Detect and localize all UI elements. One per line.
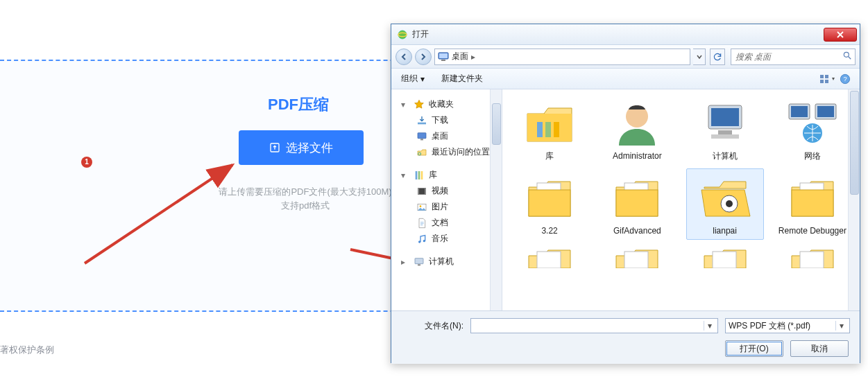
file-item[interactable]: lianpai	[686, 168, 764, 239]
close-button[interactable]	[824, 28, 857, 42]
open-button[interactable]: 打开(O)	[725, 340, 783, 357]
svg-point-27	[420, 205, 422, 207]
dialog-navbar: 桌面 ▸	[391, 45, 860, 69]
tree-item[interactable]: 桌面	[391, 128, 502, 144]
file-item[interactable]	[686, 244, 764, 274]
file-item[interactable]	[774, 244, 851, 274]
nav-forward-button[interactable]	[415, 49, 432, 65]
file-label: 库	[513, 151, 586, 161]
svg-rect-18	[420, 139, 423, 140]
file-item[interactable]: GifAdvanced	[598, 168, 676, 239]
refresh-button[interactable]	[710, 49, 725, 65]
svg-rect-34	[545, 122, 551, 137]
tree-group-computer[interactable]: ▸ 计算机	[391, 254, 502, 270]
chevron-down-icon[interactable]: ▾	[835, 321, 846, 331]
file-pane[interactable]: 库Administrator计算机网络3.22GifAdvancedlianpa…	[502, 89, 860, 310]
breadcrumb[interactable]: 桌面 ▸	[434, 49, 690, 65]
choose-file-label: 选择文件	[286, 140, 333, 156]
filetype-value: WPS PDF 文档 (*.pdf)	[729, 320, 810, 332]
chevron-right-icon: ▸	[471, 52, 475, 62]
svg-rect-39	[711, 108, 739, 126]
download-icon	[416, 115, 427, 126]
folder-peek-icon	[697, 247, 754, 268]
svg-rect-11	[825, 75, 828, 78]
file-item[interactable]: Remote Debugger	[774, 168, 851, 239]
file-item[interactable]	[511, 244, 588, 274]
choose-file-button[interactable]: 选择文件	[239, 130, 364, 165]
file-item[interactable]: 网络	[774, 94, 851, 164]
document-icon	[416, 218, 427, 229]
tree-item[interactable]: 下载	[391, 112, 502, 128]
file-item[interactable]	[598, 244, 676, 274]
folder-icon	[521, 172, 578, 223]
svg-rect-35	[554, 122, 559, 137]
svg-point-29	[423, 240, 425, 242]
svg-point-8	[844, 52, 849, 57]
breadcrumb-dropdown[interactable]	[693, 49, 706, 65]
tree-scrollbar[interactable]	[490, 89, 502, 310]
search-input[interactable]	[734, 51, 842, 62]
file-label: Administrator	[600, 151, 674, 161]
chevron-down-icon[interactable]: ▾	[704, 321, 715, 331]
dialog-title: 打开	[412, 28, 824, 40]
filename-label: 文件名(N):	[401, 320, 463, 332]
file-label: Remote Debugger	[776, 226, 849, 236]
expand-icon: ▸	[401, 257, 408, 267]
music-icon	[416, 234, 427, 245]
svg-rect-7	[441, 60, 445, 61]
svg-rect-33	[537, 122, 543, 137]
tree-item[interactable]: 图片	[391, 199, 502, 215]
tree-item[interactable]: 最近访问的位置	[391, 144, 502, 160]
desktop-icon	[438, 52, 449, 62]
tree-item-label: 音乐	[432, 233, 448, 245]
tree-item[interactable]: 文档	[391, 215, 502, 231]
filename-combobox[interactable]: ▾	[470, 318, 718, 333]
tree-item[interactable]: 音乐	[391, 231, 502, 247]
svg-rect-17	[418, 132, 426, 138]
file-item[interactable]: 3.22	[511, 168, 588, 239]
cancel-button[interactable]: 取消	[790, 340, 849, 357]
tree-item-label: 文档	[432, 217, 448, 229]
svg-point-3	[398, 30, 407, 39]
svg-rect-12	[820, 80, 824, 83]
svg-point-52	[726, 200, 733, 207]
nav-tree: ▾ 收藏夹 下载桌面最近访问的位置 ▾ 库 视频图片文档音乐	[391, 89, 502, 310]
file-label: GifAdvanced	[600, 226, 674, 236]
file-label: 计算机	[688, 151, 762, 161]
file-label: lianpai	[688, 226, 762, 236]
svg-rect-48	[529, 190, 570, 216]
dialog-titlebar[interactable]: 打开	[391, 24, 860, 45]
video-icon	[416, 186, 427, 197]
svg-rect-41	[711, 134, 739, 139]
nav-back-button[interactable]	[395, 49, 412, 65]
desktop-icon	[416, 131, 427, 142]
svg-rect-6	[439, 53, 448, 58]
computer-icon	[697, 97, 754, 148]
upload-icon	[269, 142, 280, 153]
tree-item-label: 桌面	[432, 130, 448, 142]
search-icon	[842, 51, 852, 62]
filetype-combobox[interactable]: WPS PDF 文档 (*.pdf) ▾	[725, 318, 850, 333]
tree-group-favorites[interactable]: ▾ 收藏夹	[391, 96, 502, 112]
svg-rect-58	[800, 252, 824, 268]
collapse-icon: ▾	[401, 170, 408, 180]
file-label: 网络	[776, 151, 849, 161]
help-button[interactable]: ?	[836, 71, 854, 87]
new-folder-button[interactable]: 新建文件夹	[437, 71, 487, 86]
file-scrollbar[interactable]	[848, 89, 860, 310]
folder-peek-icon	[521, 247, 578, 268]
svg-rect-30	[415, 258, 423, 263]
library-icon	[521, 97, 578, 148]
dialog-body: ▾ 收藏夹 下载桌面最近访问的位置 ▾ 库 视频图片文档音乐	[391, 89, 860, 311]
file-item[interactable]: Administrator	[598, 94, 676, 164]
file-item[interactable]: 库	[511, 94, 588, 164]
view-mode-button[interactable]: ▾	[818, 71, 836, 87]
tree-group-library[interactable]: ▾ 库	[391, 167, 502, 183]
search-box[interactable]	[731, 49, 856, 65]
tree-item[interactable]: 视频	[391, 183, 502, 199]
organize-menu[interactable]: 组织 ▾	[397, 71, 429, 86]
svg-rect-50	[616, 190, 658, 216]
ie-icon	[397, 29, 408, 40]
folder-icon	[609, 172, 665, 223]
file-item[interactable]: 计算机	[686, 94, 764, 164]
